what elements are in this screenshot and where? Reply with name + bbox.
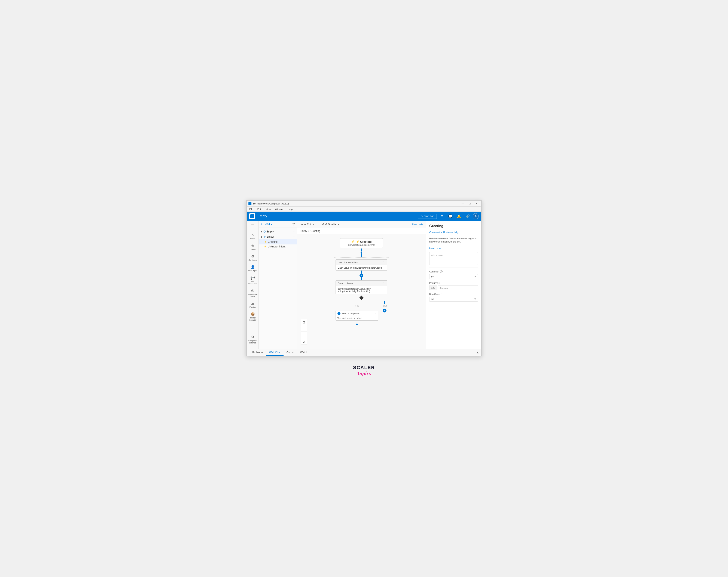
tree-more-icon-greeting[interactable]: ···	[292, 240, 295, 244]
sidebar-toggle-icon[interactable]: ≡	[439, 213, 445, 220]
user-avatar[interactable]: A	[473, 213, 479, 219]
prop-subtitle: ConversationUpdate activity	[429, 231, 478, 233]
branch-true-path: True Send a response ⋮ Text Wel	[336, 301, 378, 325]
branch-more-icon[interactable]: ⋮	[383, 282, 385, 285]
app-header: Empty ▷ Start bot ≡ 💬 🔔 🔗 A	[247, 212, 481, 221]
tree-label-greeting: Greeting	[268, 240, 292, 243]
tree-more-icon[interactable]: ···	[292, 230, 295, 233]
zoom-fit-button[interactable]: ⊡	[301, 319, 307, 325]
learn-more-link[interactable]: Learn more	[429, 247, 478, 250]
prop-priority-section: Priority i 123	[429, 282, 478, 290]
condition-info-icon[interactable]: i	[440, 270, 443, 273]
breadcrumb-root[interactable]: Empty	[300, 229, 307, 232]
filter-icon[interactable]: ▽	[292, 222, 295, 226]
main-layout: ☰ ⌂ Home ⊕ Create ⚙ Configure 👤 User inp…	[247, 221, 481, 349]
chat-icon[interactable]: 💬	[447, 213, 454, 220]
debug-tab-watch[interactable]: Watch	[297, 350, 311, 356]
dialog-icon: ◈	[264, 235, 266, 238]
app-logo-icon	[249, 202, 252, 205]
sidebar-item-user-input[interactable]: 👤 User input	[247, 263, 259, 274]
edit-label: ✏ Edit	[304, 223, 311, 226]
maximize-button[interactable]: □	[467, 201, 473, 206]
prop-run-once-select[interactable]: y/n ∨	[429, 297, 478, 302]
sidebar-item-home[interactable]: ⌂ Home	[247, 231, 259, 242]
branch-diamond	[336, 295, 388, 300]
tree-item-empty[interactable]: ▶ ◈ Empty ···	[259, 234, 297, 239]
menu-edit[interactable]: Edit	[257, 208, 262, 211]
add-label: + Add	[263, 223, 270, 226]
zoom-in-button[interactable]: +	[301, 326, 307, 332]
hamburger-menu-icon[interactable]: ☰	[251, 222, 255, 230]
menu-view[interactable]: View	[265, 208, 272, 211]
sidebar-item-publish[interactable]: ☁ Publish	[247, 300, 259, 310]
menu-help[interactable]: Help	[287, 208, 293, 211]
start-bot-button[interactable]: ▷ Start bot	[418, 214, 437, 219]
prop-divider-1	[429, 268, 478, 268]
tree-sub-expand-icon: ▶	[261, 236, 263, 238]
scaler-branding: SCALER Topics	[353, 365, 375, 377]
prop-note-area[interactable]: Add a note	[429, 252, 478, 265]
edit-button[interactable]: ✏ ✏ Edit ∨	[300, 222, 315, 227]
trigger-icon-greeting: ⚡	[264, 241, 267, 243]
tree-more-icon-empty[interactable]: ···	[292, 235, 295, 239]
menu-window[interactable]: Window	[274, 208, 284, 211]
close-button[interactable]: ✕	[473, 201, 479, 206]
add-false-action-button[interactable]: +	[383, 309, 387, 312]
add-action-button[interactable]: +	[360, 274, 363, 277]
authoring-canvas: ⚡ ⚡ Greeting ConversationUpdate activity…	[297, 234, 426, 349]
tree-item-unknown-intent[interactable]: ⚡ Unknown intent	[259, 244, 297, 249]
sidebar-item-settings[interactable]: ⚙ Composer settings	[247, 333, 259, 346]
sidebar-item-label-user-input: User input	[248, 270, 257, 272]
canvas-area: ✏ ✏ Edit ∨ ↺ ↺ Disable ∨ Show code Empty	[297, 221, 426, 349]
bot-icon: ⬡	[263, 230, 265, 233]
sidebar-item-package-manager[interactable]: 📦 Package manager	[247, 310, 259, 323]
branch-false-line	[384, 301, 385, 304]
disable-button[interactable]: ↺ ↺ Disable ∨	[321, 222, 340, 227]
lightning-icon: ⚡	[351, 240, 355, 243]
help-icon[interactable]: 🔗	[464, 213, 471, 220]
connector-line-2	[361, 254, 362, 257]
minimize-button[interactable]: —	[460, 201, 466, 206]
prop-priority-label: Priority i	[429, 282, 478, 284]
sidebar-item-create[interactable]: ⊕ Create	[247, 242, 259, 252]
run-once-chevron-icon: ∨	[474, 298, 476, 300]
prop-condition-select[interactable]: y/n ∨	[429, 274, 478, 279]
branch-header: Branch: if/else ⋮	[336, 281, 387, 286]
send-response-node[interactable]: Send a response ⋮ Text Welcome to your b…	[336, 311, 378, 321]
properties-pane: Greeting ConversationUpdate activity Han…	[426, 221, 481, 349]
priority-info-icon[interactable]: i	[437, 282, 440, 284]
edit-chevron-icon: ∨	[312, 223, 314, 226]
sidebar-item-configure[interactable]: ⚙ Configure	[247, 253, 259, 263]
sidebar-item-knowledge-base[interactable]: ◎ Knowledge base	[247, 287, 259, 299]
tree-label-unknown-intent: Unknown intent	[268, 245, 295, 248]
breadcrumb-current: Greeting	[311, 229, 320, 232]
debug-tab-output[interactable]: Output	[284, 350, 297, 356]
menu-file[interactable]: File	[249, 208, 254, 211]
loop-more-icon[interactable]: ⋮	[383, 261, 385, 264]
debug-tab-problems[interactable]: Problems	[249, 350, 266, 356]
knowledge-base-icon: ◎	[251, 288, 254, 293]
sidebar-item-bot-responses[interactable]: 💬 Bot responses	[247, 274, 259, 286]
branch-title: Branch: if/else	[338, 282, 353, 285]
run-once-info-icon[interactable]: i	[441, 293, 443, 295]
debug-tab-web-chat[interactable]: Web Chat	[266, 350, 284, 356]
notification-icon[interactable]: 🔔	[456, 213, 463, 220]
show-code-button[interactable]: Show code	[412, 223, 423, 226]
zoom-out-button[interactable]: −	[301, 332, 307, 338]
true-label: True	[354, 304, 359, 307]
loop-container: Loop: for each item ⋮ Each value in turn…	[334, 257, 389, 327]
bot-explorer-toolbar: + + Add ∨ ▽	[259, 221, 297, 228]
action-more-icon[interactable]: ⋮	[374, 312, 376, 315]
zoom-reset-button[interactable]: ⊙	[301, 338, 307, 345]
debug-collapse-button[interactable]: ∧	[476, 351, 479, 354]
breadcrumb: Empty › Greeting	[297, 228, 426, 234]
window-title: Bot Framework Composer (v2.1.0)	[253, 202, 289, 205]
priority-input[interactable]	[438, 285, 478, 290]
debug-panel: Problems Web Chat Output Watch ∧	[247, 349, 481, 356]
greeting-trigger-node[interactable]: ⚡ ⚡ Greeting ConversationUpdate activity	[340, 238, 383, 248]
add-button[interactable]: + + Add ∨	[261, 223, 272, 226]
tree-item-root-empty[interactable]: ▼ ⬡ Empty ···	[259, 229, 297, 234]
tree-item-greeting[interactable]: ⚡ Greeting ···	[259, 239, 297, 244]
loop-node: Loop: for each item ⋮ Each value in turn…	[336, 259, 388, 271]
sidebar-item-label-bot-responses: Bot responses	[248, 280, 258, 285]
